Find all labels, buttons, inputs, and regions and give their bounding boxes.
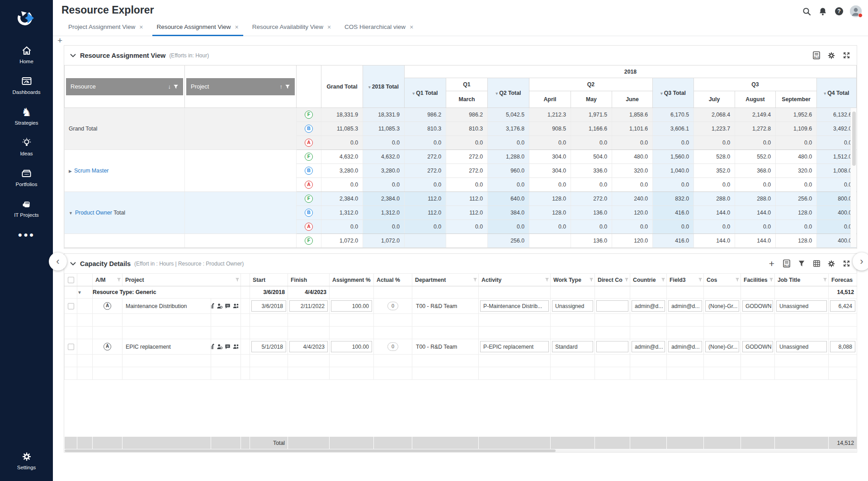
job-title-input[interactable]: Unassigned [776,341,827,352]
assignment-pct-input[interactable]: 100.00 [331,300,372,312]
facilities-input[interactable]: GODOWN [742,341,773,352]
filter-funnel-icon[interactable] [589,277,594,282]
comment-icon[interactable] [225,344,231,350]
cos-input[interactable]: (None)-Gr... [705,300,739,312]
column-header-a-m[interactable]: A/M [93,274,123,286]
sort-desc-icon[interactable]: ↓ [168,83,171,90]
activity-input[interactable]: P-EPIC replacement [480,341,549,352]
collapse-caret-icon[interactable]: ▾ [660,91,663,96]
start-date-input[interactable]: 5/1/2018 [251,341,286,352]
column-header-forecas[interactable]: Forecas [829,274,857,286]
direct-co-input[interactable] [596,341,628,352]
sort-asc-icon[interactable]: ↑ [280,83,283,90]
filter-funnel-icon[interactable] [823,277,827,282]
countrie-input[interactable]: admin@d... [632,300,665,312]
q3-total-header[interactable]: ▾Q3 Total [653,78,694,108]
field3-input[interactable]: admin@d... [668,341,702,352]
vertical-scrollbar[interactable] [850,108,856,247]
filter-funnel-icon[interactable] [285,84,290,89]
collapse-panel-icon[interactable] [70,262,76,266]
help-icon[interactable]: ? [834,6,844,17]
resource-name[interactable]: Scrum Master [74,168,109,174]
facilities-input[interactable]: GODOWN [742,300,773,312]
slide-right-button[interactable]: › [853,252,868,271]
resource-name[interactable]: Product Owner [75,210,112,216]
filter-funnel-icon[interactable] [117,277,121,282]
column-header-activity[interactable]: Activity [479,274,551,286]
cos-input[interactable]: (None)-Gr... [705,341,739,352]
q1-total-header[interactable]: ▾Q1 Total [405,78,446,108]
filter-funnel-icon[interactable] [173,84,179,89]
filter-funnel-icon[interactable] [769,277,774,282]
am-circle-icon[interactable]: A [104,302,111,310]
row-checkbox[interactable] [68,344,74,350]
grid-view-icon[interactable] [812,259,821,268]
add-tab-button[interactable]: + [53,36,67,45]
finish-date-input[interactable]: 4/4/2023 [289,341,328,352]
column-header-direct-co[interactable]: Direct Co [595,274,630,286]
finish-date-input[interactable]: 2/11/2022 [289,300,328,312]
collapse-caret-icon[interactable]: ▾ [824,91,826,96]
sidebar-item-more[interactable]: ●●● [0,223,53,246]
row-checkbox[interactable] [68,303,74,309]
q4-total-header[interactable]: ▾Q4 Total [817,78,857,108]
work-type-input[interactable]: Standard [552,341,593,352]
sidebar-item-home[interactable]: Home [0,39,53,70]
settings-gear-icon[interactable] [827,259,836,268]
resource-name-cell[interactable]: ▼Product Owner Total [65,192,185,234]
horizontal-scrollbar[interactable] [65,449,856,452]
bar-chart-icon[interactable] [211,344,215,350]
column-header-assignment[interactable]: Assignment % [330,274,374,286]
filter-funnel-icon[interactable] [473,277,477,282]
search-icon[interactable] [801,6,812,17]
add-row-icon[interactable]: + [767,259,776,268]
job-title-input[interactable]: Unassigned [776,300,827,312]
filter-funnel-icon[interactable] [624,277,629,282]
sidebar-item-strategies[interactable]: ♞Strategies [0,100,53,131]
column-header-project[interactable]: Project [123,274,241,286]
expand-icon[interactable] [842,51,851,60]
filter-funnel-icon[interactable] [661,277,665,282]
assign-user-icon[interactable] [217,303,222,309]
scrollbar-thumb[interactable] [65,449,556,452]
tab-project-assignment-view[interactable]: Project Assignment View× [61,18,150,36]
collapse-panel-icon[interactable] [70,54,76,57]
resource-column-header[interactable]: Resource ↓ [66,78,183,95]
column-header-countrie[interactable]: Countrie [630,274,667,286]
q2-total-header[interactable]: ▾Q2 Total [488,78,529,108]
export-xls-icon[interactable]: XLS [782,259,791,268]
expander-icon[interactable]: ▶ [69,169,72,173]
column-header-work-type[interactable]: Work Type [551,274,595,286]
activity-input[interactable]: P-Maintenance Distrib... [480,300,549,312]
countrie-input[interactable]: admin@d... [632,341,665,352]
filter-funnel-icon[interactable] [545,277,549,282]
am-circle-icon[interactable]: A [104,343,111,350]
select-all-checkbox[interactable] [68,277,74,283]
slide-left-button[interactable]: ‹ [49,252,67,271]
filter-funnel-icon[interactable] [797,259,806,268]
column-header-cos[interactable]: Cos [704,274,741,286]
notifications-icon[interactable] [817,6,828,17]
forecast-input[interactable]: 8,088 [830,341,855,352]
project-column-header[interactable]: Project ↑ [186,78,295,95]
year-total-header[interactable]: ▾2018 Total [363,65,405,108]
column-header-finish[interactable]: Finish [288,274,330,286]
field3-input[interactable]: admin@d... [668,300,702,312]
forecast-input[interactable]: 6,424 [830,300,855,312]
close-icon[interactable]: × [327,24,331,30]
app-logo-icon[interactable] [13,5,40,31]
team-icon[interactable] [233,303,239,309]
export-xls-icon[interactable]: XLS [812,51,821,60]
sidebar-item-settings[interactable]: Settings [0,446,53,475]
column-header-department[interactable]: Department [412,274,479,286]
collapse-caret-icon[interactable]: ▾ [413,91,415,96]
tab-resource-availability-view[interactable]: Resource Availability View× [245,18,338,36]
assignment-pct-input[interactable]: 100.00 [331,341,372,352]
tab-cos-hierarchical-view[interactable]: COS Hierarchical view× [338,18,420,36]
resource-name-cell[interactable]: ▶Scrum Master [65,150,185,192]
expander-icon[interactable]: ▼ [77,290,82,295]
comment-icon[interactable] [225,303,231,309]
direct-co-input[interactable] [596,300,628,312]
column-header-field3[interactable]: Field3 [667,274,704,286]
sidebar-item-dashboards[interactable]: Dashboards [0,70,53,100]
